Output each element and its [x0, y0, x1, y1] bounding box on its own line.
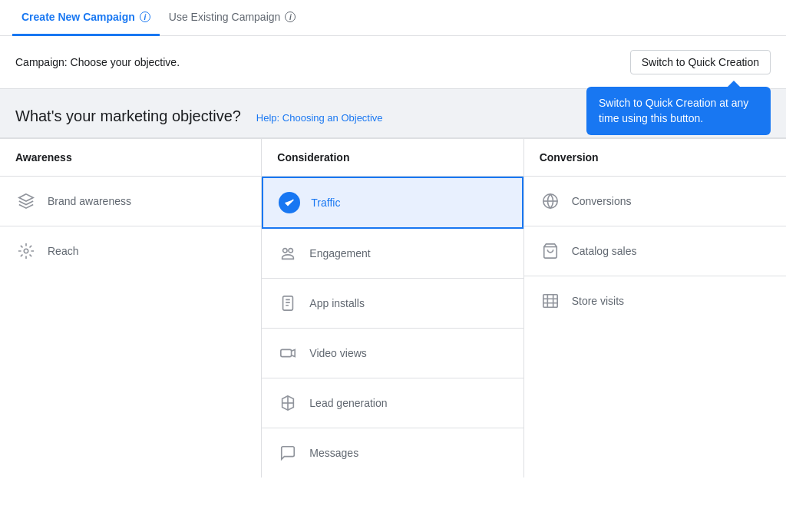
objective-title: What's your marketing objective?: [15, 107, 241, 124]
tab-use-existing[interactable]: Use Existing Campaign i: [160, 0, 305, 36]
objective-conversions[interactable]: Conversions: [524, 177, 786, 226]
column-conversion: Conversion Conversions Catalog: [524, 139, 786, 477]
app-installs-label: App installs: [309, 297, 365, 309]
engagement-label: Engagement: [309, 247, 370, 259]
traffic-label: Traffic: [311, 197, 340, 209]
header-bar: Campaign: Choose your objective. Switch …: [0, 36, 786, 89]
header-title: Campaign: Choose your objective.: [15, 56, 180, 68]
tab-create-new[interactable]: Create New Campaign i: [12, 0, 160, 36]
tab-create-new-label: Create New Campaign: [21, 11, 135, 23]
svg-rect-4: [281, 349, 292, 356]
switch-button-container: Switch to Quick Creation Switch to Quick…: [630, 50, 771, 74]
app-installs-icon: [277, 292, 299, 314]
objective-video-views[interactable]: Video views: [262, 329, 523, 378]
tab-create-new-info-icon[interactable]: i: [140, 12, 150, 22]
engagement-icon: [277, 243, 299, 264]
column-awareness-header: Awareness: [0, 139, 261, 177]
lead-generation-icon: [277, 392, 299, 414]
tabs-bar: Create New Campaign i Use Existing Campa…: [0, 0, 786, 36]
objective-store-visits[interactable]: Store visits: [524, 276, 786, 325]
store-visits-icon: [540, 290, 561, 312]
header-title-label: Campaign: [15, 56, 64, 68]
objective-reach[interactable]: Reach: [0, 226, 261, 276]
messages-label: Messages: [309, 447, 358, 459]
conversions-label: Conversions: [572, 195, 632, 207]
traffic-icon: [279, 192, 300, 213]
objective-app-installs[interactable]: App installs: [262, 279, 523, 329]
svg-rect-3: [283, 296, 293, 310]
brand-awareness-icon: [15, 190, 37, 212]
objective-traffic[interactable]: Traffic: [262, 177, 523, 229]
objectives-grid: Awareness Brand awareness Reach: [0, 138, 786, 477]
column-awareness: Awareness Brand awareness Reach: [0, 139, 262, 477]
tab-use-existing-label: Use Existing Campaign: [169, 11, 281, 23]
catalog-sales-icon: [540, 240, 561, 262]
svg-point-0: [24, 249, 28, 253]
messages-icon: [277, 442, 299, 464]
reach-label: Reach: [48, 245, 78, 257]
reach-icon: [15, 240, 37, 262]
video-views-icon: [277, 342, 299, 364]
column-consideration-header: Consideration: [262, 139, 523, 177]
column-conversion-header: Conversion: [524, 139, 786, 177]
help-link[interactable]: Help: Choosing an Objective: [256, 112, 383, 124]
objective-messages[interactable]: Messages: [262, 428, 523, 477]
store-visits-label: Store visits: [572, 295, 624, 307]
column-consideration: Consideration Traffic Engagement: [262, 139, 523, 477]
svg-rect-11: [543, 295, 556, 308]
svg-point-2: [289, 249, 293, 253]
objective-catalog-sales[interactable]: Catalog sales: [524, 226, 786, 276]
video-views-label: Video views: [309, 347, 366, 359]
switch-tooltip: Switch to Quick Creation at any time usi…: [586, 87, 771, 135]
svg-point-1: [283, 249, 288, 253]
tab-use-existing-info-icon[interactable]: i: [285, 12, 296, 22]
objective-engagement[interactable]: Engagement: [262, 229, 523, 279]
objective-lead-generation[interactable]: Lead generation: [262, 378, 523, 428]
conversions-icon: [540, 190, 561, 212]
objective-brand-awareness[interactable]: Brand awareness: [0, 177, 261, 226]
switch-quick-creation-button[interactable]: Switch to Quick Creation: [630, 50, 771, 74]
header-title-text: : Choose your objective.: [64, 56, 180, 68]
brand-awareness-label: Brand awareness: [48, 195, 131, 207]
catalog-sales-label: Catalog sales: [572, 245, 637, 257]
lead-generation-label: Lead generation: [309, 397, 387, 409]
